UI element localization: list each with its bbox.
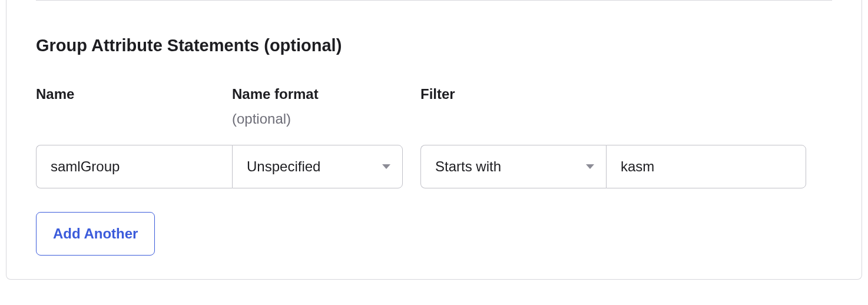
filter-type-value: Starts with	[435, 158, 501, 175]
group-attribute-statements-panel: Group Attribute Statements (optional) Na…	[6, 0, 862, 280]
attribute-row: Unspecified Starts with	[36, 145, 832, 188]
name-format-select[interactable]: Unspecified	[232, 145, 403, 188]
format-label: Name format	[232, 86, 403, 102]
filter-label: Filter	[420, 86, 832, 102]
divider	[36, 0, 832, 1]
section-title: Group Attribute Statements (optional)	[36, 36, 832, 55]
columns-header: Name Name format (optional) Filter	[36, 86, 832, 127]
filter-type-select-button[interactable]: Starts with	[420, 145, 606, 188]
column-header-filter: Filter	[420, 86, 832, 127]
column-header-format: Name format (optional)	[232, 86, 403, 127]
column-header-name: Name	[36, 86, 232, 127]
name-input[interactable]	[36, 145, 232, 188]
name-format-value: Unspecified	[247, 158, 320, 175]
add-another-button[interactable]: Add Another	[36, 212, 155, 256]
chevron-down-icon	[586, 164, 594, 169]
filter-value-input[interactable]	[606, 145, 806, 188]
filter-type-select[interactable]: Starts with	[420, 145, 606, 188]
name-format-select-button[interactable]: Unspecified	[232, 145, 403, 188]
filter-group: Starts with	[420, 145, 806, 188]
name-label: Name	[36, 86, 232, 102]
chevron-down-icon	[382, 164, 390, 169]
format-sublabel: (optional)	[232, 111, 403, 127]
